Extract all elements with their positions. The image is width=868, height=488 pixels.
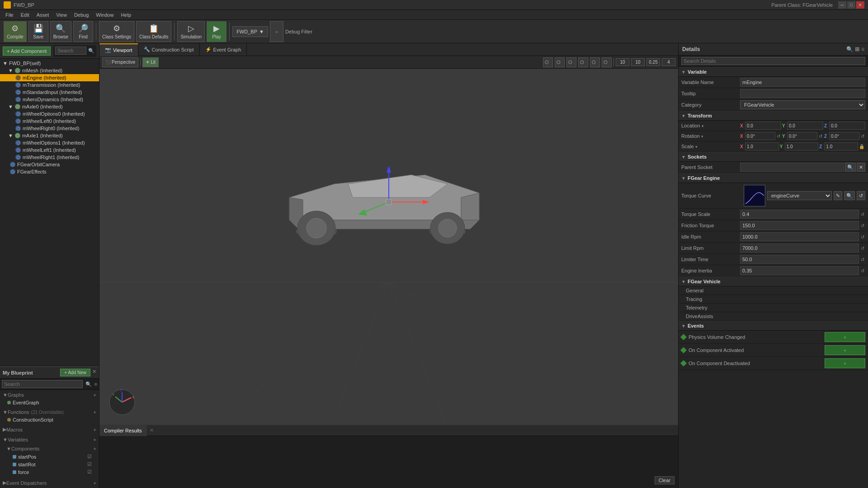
bp-startrot-item[interactable]: startRot ☑ (0, 460, 99, 468)
bp-components-header[interactable]: ▼ Components + (0, 445, 99, 453)
scale-y-input[interactable] (785, 142, 819, 150)
comp-self[interactable]: ▼ FWD_BP(self) (0, 60, 99, 67)
lit-button[interactable]: ☀ Lit (142, 57, 159, 67)
play-button[interactable]: ▶ Play (207, 21, 226, 42)
comp-mwheelopt1[interactable]: ⬡ mWheelOptions1 (Inherited) (0, 139, 99, 146)
comp-mwheelright0[interactable]: ⬡ mWheelRight0 (Inherited) (0, 125, 99, 132)
compiler-results-tab[interactable]: Compiler Results (99, 425, 147, 436)
components-search-input[interactable] (55, 47, 86, 55)
fgear-vehicle-section-header[interactable]: ▼ FGear Vehicle (679, 277, 868, 286)
vp-icon-btn-4[interactable]: ⬡ (578, 57, 588, 67)
general-item[interactable]: General (679, 286, 868, 295)
simulation-button[interactable]: ▷ Simulation (177, 21, 205, 42)
component-activated-add-button[interactable]: + (825, 345, 865, 355)
tracing-item[interactable]: Tracing (679, 295, 868, 304)
bp-force-item[interactable]: force ☑ (0, 468, 99, 476)
bp-close-icon[interactable]: ✕ (92, 369, 96, 376)
comp-fgear-orbit[interactable]: ⬡ FGearOrbitCamera (0, 161, 99, 168)
variables-header[interactable]: ▼ Variables + (0, 436, 99, 444)
sockets-section-header[interactable]: ▼ Sockets (679, 152, 868, 162)
torque-scale-input[interactable] (740, 210, 859, 219)
location-z-input[interactable] (829, 122, 865, 130)
search-details-icon[interactable]: 🔍 (846, 46, 853, 52)
bp-event-graph-item[interactable]: EventGraph (0, 399, 99, 406)
macros-header[interactable]: ▶ Macros + (0, 425, 99, 434)
menu-file[interactable]: File (2, 11, 17, 19)
functions-add-icon[interactable]: + (94, 409, 96, 415)
graphs-add-icon[interactable]: + (94, 392, 96, 398)
limit-rpm-reset[interactable]: ↺ (860, 246, 865, 251)
find-button[interactable]: 🔎 Find (73, 21, 93, 42)
viewport[interactable]: ⬛ Perspective ☀ Lit ⬡ ⬡ ⬡ ⬡ ⬡ ⬡ 10 10 (99, 56, 678, 425)
vp-icon-btn-6[interactable]: ⬡ (602, 57, 612, 67)
location-x-input[interactable] (745, 122, 781, 130)
menu-edit[interactable]: Edit (17, 11, 33, 19)
menu-debug[interactable]: Debug (71, 11, 92, 19)
events-section-header[interactable]: ▼ Events (679, 321, 868, 331)
event-dispatchers-add-icon[interactable]: + (94, 480, 96, 486)
bp-view-icon[interactable]: ≡ (94, 381, 97, 387)
tooltip-input[interactable] (740, 89, 865, 98)
menu-help[interactable]: Help (117, 11, 135, 19)
vp-icon-btn-2[interactable]: ⬡ (555, 57, 565, 67)
curve-search-button[interactable]: 🔍 (844, 191, 855, 200)
category-select[interactable]: FGearVehicle (740, 100, 865, 109)
telemetry-item[interactable]: Telemetry (679, 304, 868, 312)
parent-socket-input[interactable] (740, 163, 844, 172)
vp-icon-btn-5[interactable]: ⬡ (590, 57, 600, 67)
bp-comp-add-icon[interactable]: + (94, 446, 96, 451)
scale-x-input[interactable] (745, 142, 779, 150)
torque-scale-reset[interactable]: ↺ (860, 212, 865, 217)
engine-inertia-input[interactable] (740, 266, 859, 275)
comp-mmesh[interactable]: ▼ ⬡ mMesh (Inherited) (0, 67, 99, 74)
list-view-icon[interactable]: ≡ (861, 46, 864, 52)
perspective-button[interactable]: ⬛ Perspective (102, 57, 138, 67)
location-y-input[interactable] (787, 122, 823, 130)
vp-icon-btn-1[interactable]: ⬡ (543, 57, 553, 67)
force-check[interactable]: ☑ (87, 469, 92, 475)
viewport-content[interactable]: X Y Z (99, 69, 678, 425)
clear-button[interactable]: Clear (655, 476, 675, 484)
browse-button[interactable]: 🔍 Browse (50, 21, 71, 42)
startpos-check[interactable]: ☑ (87, 454, 92, 460)
save-button[interactable]: 💾 Save (28, 21, 48, 42)
curve-select[interactable]: engineCurve (767, 191, 832, 200)
tab-viewport[interactable]: 📷 Viewport (99, 43, 138, 56)
scale-z-input[interactable] (824, 142, 858, 150)
comp-mstdinput[interactable]: ⬡ mStandardInput (Inherited) (0, 89, 99, 96)
friction-torque-input[interactable] (740, 221, 859, 230)
close-bottom-tab[interactable]: ✕ (147, 426, 156, 435)
bp-add-new-button[interactable]: + Add New (60, 369, 90, 376)
blueprint-dropdown[interactable]: FWD_BP ▼ (232, 26, 268, 37)
bp-startpos-item[interactable]: startPos ☑ (0, 453, 99, 460)
comp-mwheelleft1[interactable]: ⬡ mWheelLeft1 (Inherited) (0, 146, 99, 154)
comp-mengine[interactable]: ⬡ mEngine (Inherited) (0, 74, 99, 81)
class-settings-button[interactable]: ⚙ Class Settings (99, 21, 134, 42)
comp-maxle0[interactable]: ▼ ⬡ mAxle0 (Inherited) (0, 103, 99, 110)
limit-rpm-input[interactable] (740, 244, 859, 253)
comp-maxle1[interactable]: ▼ ⬡ mAxle1 (Inherited) (0, 132, 99, 139)
rotation-z-input[interactable] (829, 132, 859, 140)
idle-rpm-reset[interactable]: ↺ (860, 235, 865, 239)
rotation-y-input[interactable] (787, 132, 817, 140)
comp-mwheelright1[interactable]: ⬡ mWheelRight1 (Inherited) (0, 154, 99, 161)
event-dispatchers-header[interactable]: ▶ Event Dispatchers + (0, 479, 99, 487)
tab-event-graph[interactable]: ⚡ Event Graph (200, 43, 247, 56)
physics-volume-add-button[interactable]: + (825, 332, 865, 342)
limiter-time-reset[interactable]: ↺ (860, 257, 865, 262)
comp-maero[interactable]: ⬡ mAeroDynamics (Inherited) (0, 96, 99, 103)
limiter-time-input[interactable] (740, 255, 859, 264)
graphs-header[interactable]: ▼ Graphs + (0, 391, 99, 399)
transform-section-header[interactable]: ▼ Transform (679, 111, 868, 121)
component-deactivated-add-button[interactable]: + (825, 358, 865, 368)
variables-add-icon[interactable]: + (94, 437, 96, 442)
debug-filter-button[interactable]: ⬦ (270, 21, 283, 42)
add-component-button[interactable]: + Add Component (3, 47, 51, 56)
class-defaults-button[interactable]: 📋 Class Defaults (136, 21, 171, 42)
vp-icon-btn-3[interactable]: ⬡ (566, 57, 576, 67)
variable-section-header[interactable]: ▼ Variable (679, 67, 868, 77)
menu-window[interactable]: Window (92, 11, 117, 19)
engine-inertia-reset[interactable]: ↺ (860, 268, 865, 273)
macros-add-icon[interactable]: + (94, 427, 96, 432)
minimize-button[interactable]: ─ (838, 1, 846, 9)
